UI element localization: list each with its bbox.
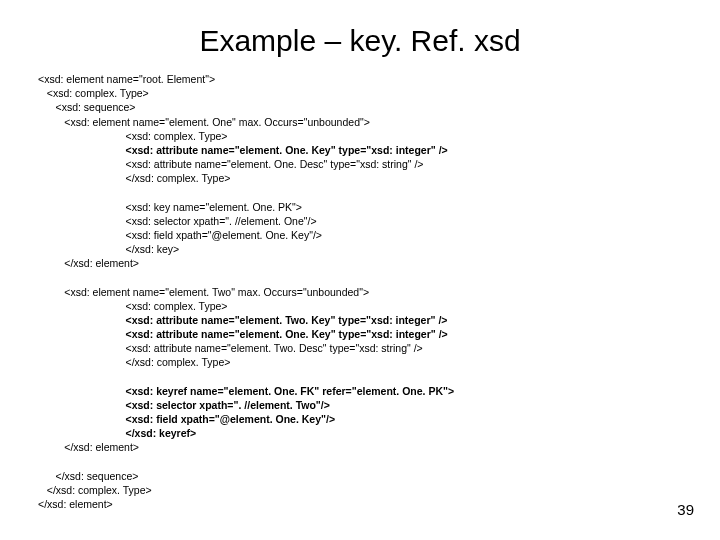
code-line: <xsd: selector xpath=". //element. Two"/… — [38, 398, 682, 412]
code-line — [38, 455, 682, 469]
code-line: </xsd: keyref> — [38, 426, 682, 440]
code-line: </xsd: complex. Type> — [38, 355, 682, 369]
code-line: </xsd: element> — [38, 497, 682, 511]
code-line: <xsd: attribute name="element. One. Key"… — [38, 327, 682, 341]
code-line: <xsd: element name="element. One" max. O… — [38, 115, 682, 129]
code-line: <xsd: selector xpath=". //element. One"/… — [38, 214, 682, 228]
xsd-code-block: <xsd: element name="root. Element"> <xsd… — [38, 72, 682, 511]
code-line: <xsd: element name="element. Two" max. O… — [38, 285, 682, 299]
code-line: <xsd: complex. Type> — [38, 299, 682, 313]
code-line: </xsd: complex. Type> — [38, 483, 682, 497]
code-line: <xsd: attribute name="element. One. Desc… — [38, 157, 682, 171]
code-line: <xsd: attribute name="element. One. Key"… — [38, 143, 682, 157]
code-line: <xsd: complex. Type> — [38, 86, 682, 100]
code-line: <xsd: field xpath="@element. One. Key"/> — [38, 412, 682, 426]
code-line: </xsd: complex. Type> — [38, 171, 682, 185]
code-line: <xsd: complex. Type> — [38, 129, 682, 143]
code-line — [38, 185, 682, 199]
code-line: <xsd: attribute name="element. Two. Desc… — [38, 341, 682, 355]
code-line: <xsd: attribute name="element. Two. Key"… — [38, 313, 682, 327]
slide-title: Example – key. Ref. xsd — [38, 24, 682, 58]
code-line: </xsd: element> — [38, 440, 682, 454]
code-line: <xsd: keyref name="element. One. FK" ref… — [38, 384, 682, 398]
page-number: 39 — [677, 501, 694, 518]
code-line: <xsd: key name="element. One. PK"> — [38, 200, 682, 214]
code-line: </xsd: element> — [38, 256, 682, 270]
code-line: <xsd: field xpath="@element. One. Key"/> — [38, 228, 682, 242]
code-line — [38, 270, 682, 284]
code-line: <xsd: sequence> — [38, 100, 682, 114]
code-line: <xsd: element name="root. Element"> — [38, 72, 682, 86]
slide: Example – key. Ref. xsd <xsd: element na… — [0, 0, 720, 511]
code-line — [38, 370, 682, 384]
code-line: </xsd: key> — [38, 242, 682, 256]
code-line: </xsd: sequence> — [38, 469, 682, 483]
